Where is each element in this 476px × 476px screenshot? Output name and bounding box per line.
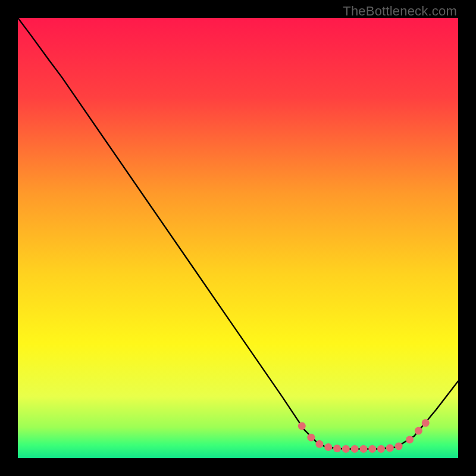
curve-marker: [422, 419, 430, 427]
curve-marker: [377, 445, 385, 453]
curve-marker: [342, 445, 350, 453]
bottleneck-curve-chart: [18, 18, 458, 458]
curve-marker: [395, 443, 403, 450]
curve-marker: [359, 445, 367, 453]
gradient-background: [18, 18, 458, 458]
curve-marker: [298, 422, 306, 430]
curve-marker: [406, 436, 414, 443]
curve-marker: [415, 427, 422, 435]
curve-marker: [368, 445, 376, 453]
attribution-label: TheBottleneck.com: [343, 4, 457, 19]
curve-marker: [307, 434, 315, 441]
curve-marker: [333, 444, 341, 452]
curve-marker: [315, 440, 323, 448]
curve-marker: [324, 443, 332, 451]
curve-marker: [351, 445, 359, 453]
chart-plot-area: [18, 18, 458, 458]
curve-marker: [386, 444, 394, 452]
